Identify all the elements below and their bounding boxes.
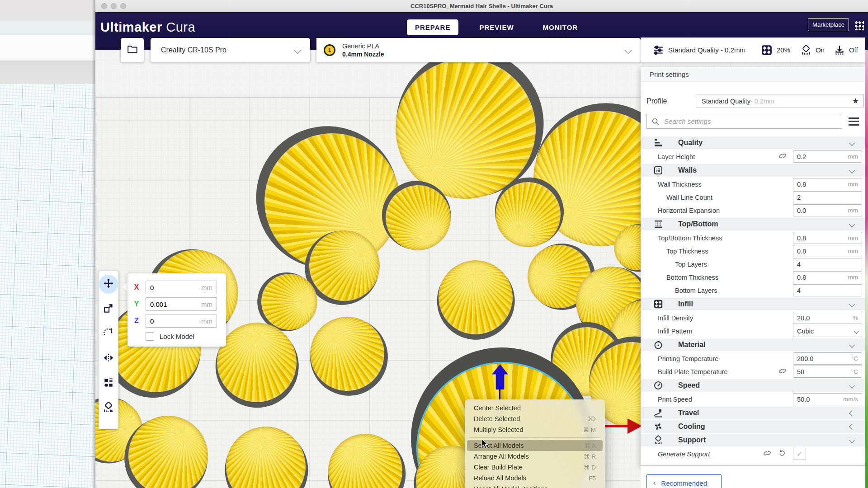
setting-row-infill-pattern: Infill PatternCubic <box>641 324 865 338</box>
model-shell[interactable] <box>220 420 312 488</box>
app-logo: Ultimaker Cura <box>100 20 195 35</box>
section-header-infill[interactable]: Infill <box>641 298 865 310</box>
setting-input[interactable]: 50.0mm/s <box>793 393 862 405</box>
section-header-cooling[interactable]: Cooling <box>641 420 865 433</box>
section-header-quality[interactable]: Quality <box>641 136 865 149</box>
move-tool-button[interactable] <box>99 275 118 294</box>
summary-support: On <box>816 46 825 54</box>
position-input-y[interactable]: 0.001mm <box>146 297 217 311</box>
open-file-button[interactable] <box>121 38 144 62</box>
setting-row-infill-density: Infill Density20.0% <box>641 311 865 324</box>
position-row-x: X0mm <box>127 281 226 294</box>
tab-prepare[interactable]: PREPARE <box>407 19 458 35</box>
infill-icon <box>761 44 773 56</box>
setting-input[interactable]: 0.8mm <box>793 245 862 257</box>
section-header-top-bottom[interactable]: Top/Bottom <box>641 218 865 230</box>
position-input-x[interactable]: 0mm <box>146 281 217 294</box>
setting-row-top-thickness: Top Thickness0.8mm <box>641 244 865 258</box>
setting-input[interactable]: 200.0°C <box>793 352 862 365</box>
section-header-travel[interactable]: Travel <box>641 407 865 419</box>
section-header-material[interactable]: Material <box>641 338 865 351</box>
window-shadow <box>92 0 95 488</box>
move-tool-panel: Lock Model X0mmY0.001mmZ0mm <box>127 273 226 347</box>
lock-model-checkbox[interactable] <box>146 332 154 341</box>
setting-input[interactable]: 0.2mm <box>793 150 862 163</box>
setting-input[interactable]: 2 <box>793 191 862 203</box>
setting-input[interactable]: 0.8mm <box>793 271 862 283</box>
tab-monitor[interactable]: MONITOR <box>535 19 586 35</box>
setting-row-build-plate-temperature: Build Plate Temperature50°C <box>641 365 865 378</box>
chevron-down-icon <box>849 342 855 348</box>
menu-item-center-selected[interactable]: Center Selected <box>467 403 603 413</box>
mouse-cursor <box>481 438 489 449</box>
scale-tool-button[interactable] <box>99 300 118 319</box>
setting-select[interactable]: Cubic <box>793 325 862 337</box>
setting-input[interactable]: 0.8mm <box>793 232 862 244</box>
setting-input[interactable]: 20.0% <box>793 312 862 324</box>
link-icon[interactable] <box>778 367 789 377</box>
star-icon[interactable]: ★ <box>852 96 859 106</box>
chevron-down-icon <box>849 437 855 443</box>
recommended-button[interactable]: ‹ Recommended <box>646 474 722 488</box>
profile-dropdown[interactable]: Standard Quality - 0.2mm ★ <box>697 94 864 108</box>
position-row-z: Z0mm <box>127 314 226 328</box>
position-row-y: Y0.001mm <box>127 297 226 311</box>
sliders-icon <box>652 44 664 56</box>
setting-row-print-speed: Print Speed50.0mm/s <box>641 393 865 406</box>
mirror-tool-button[interactable] <box>99 349 118 368</box>
print-settings-summary[interactable]: Standard Quality - 0.2mm 20% On Off <box>641 38 865 62</box>
section-header-walls[interactable]: Walls <box>641 164 865 177</box>
setting-row-layer-height: Layer Height0.2mm <box>641 150 865 163</box>
menu-item-multiply-selected[interactable]: Multiply Selected⌘ M <box>467 424 603 435</box>
cooling-icon <box>653 422 663 432</box>
model-shell[interactable] <box>316 422 415 488</box>
setting-input[interactable]: 0.0mm <box>793 204 862 216</box>
position-input-z[interactable]: 0mm <box>146 314 217 328</box>
window-title: CCR10SPRO_Mermaid Hair Shells - Ultimake… <box>95 3 868 9</box>
menu-item-reload-all-models[interactable]: Reload All ModelsF5 <box>467 473 603 483</box>
rotate-tool-button[interactable] <box>99 324 118 343</box>
extruder-icon: 1 <box>324 44 335 56</box>
menu-item-delete-selected[interactable]: Delete Selected⌦ <box>467 413 603 424</box>
link-icon[interactable] <box>762 449 774 459</box>
move-icon <box>103 277 114 291</box>
material-selector[interactable]: 1 Generic PLA 0.4mm Nozzle <box>316 38 641 62</box>
chevron-down-icon <box>849 168 855 174</box>
menu-item-clear-build-plate[interactable]: Clear Build Plate⌘ D <box>467 462 603 473</box>
section-header-speed[interactable]: Speed <box>641 379 865 392</box>
search-placeholder: Search settings <box>664 117 711 125</box>
model-shell[interactable] <box>435 257 516 338</box>
per-model-settings-tool-button[interactable] <box>99 374 118 393</box>
support-icon <box>653 435 663 445</box>
setting-input[interactable]: 0.8mm <box>793 178 862 190</box>
model-shell[interactable] <box>214 319 300 406</box>
section-header-support[interactable]: Support <box>641 434 865 446</box>
menu-item-arrange-all-models[interactable]: Arrange All Models⌘ R <box>467 451 603 462</box>
material-name: Generic PLA <box>342 42 626 50</box>
menu-item-reset-all-model-positions[interactable]: Reset All Model Positions <box>467 483 603 488</box>
support-blocker-tool-button[interactable] <box>99 399 118 418</box>
quality-icon <box>653 138 663 148</box>
revert-icon[interactable] <box>778 449 789 459</box>
setting-row-top-bottom-thickness: Top/Bottom Thickness0.8mm <box>641 231 865 244</box>
setting-input[interactable]: 4 <box>793 284 862 296</box>
printer-name: Creality CR-10S Pro <box>161 46 295 54</box>
link-icon[interactable] <box>778 152 789 162</box>
settings-sections: QualityLayer Height0.2mmWallsWall Thickn… <box>641 136 865 460</box>
setting-row-printing-temperature: Printing Temperature200.0°C <box>641 352 865 365</box>
setting-input[interactable]: 50°C <box>793 366 862 378</box>
panel-footer: ‹ Recommended <box>641 466 865 488</box>
print-settings-panel: Print settings Profile Standard Quality … <box>641 67 865 466</box>
search-input[interactable]: Search settings <box>646 114 842 129</box>
setting-input[interactable]: 4 <box>793 258 862 270</box>
apps-grid-icon[interactable] <box>854 20 864 30</box>
marketplace-button[interactable]: Marketplace <box>808 18 849 31</box>
tab-preview[interactable]: PREVIEW <box>471 19 522 35</box>
speed-icon <box>653 380 663 390</box>
chevron-down-icon <box>849 140 855 146</box>
printer-selector[interactable]: Creality CR-10S Pro <box>151 38 310 62</box>
chevron-down-icon <box>854 328 859 333</box>
settings-visibility-menu-icon[interactable] <box>849 117 859 126</box>
travel-icon <box>653 408 663 418</box>
setting-checkbox[interactable]: ✓ <box>793 448 806 460</box>
